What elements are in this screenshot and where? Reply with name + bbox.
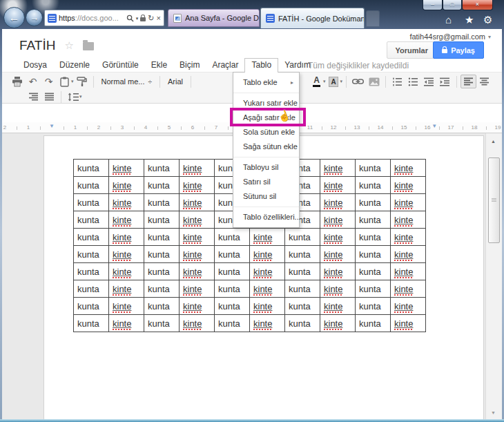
- forward-button[interactable]: →: [26, 9, 43, 26]
- table-cell[interactable]: kunta: [356, 263, 391, 280]
- table-cell[interactable]: kunta: [215, 246, 250, 263]
- table-cell[interactable]: kunta: [285, 298, 320, 315]
- table-cell[interactable]: kunta: [144, 298, 180, 315]
- tools-gear-icon[interactable]: ⚙: [483, 14, 492, 26]
- table-cell[interactable]: kunta: [356, 229, 391, 246]
- menu-item-tabloyu-sil[interactable]: Tabloyu sil: [233, 160, 299, 175]
- scroll-up-icon[interactable]: ▲: [491, 139, 496, 144]
- table-cell[interactable]: kinte: [391, 160, 426, 177]
- table-cell[interactable]: kunta: [215, 280, 250, 298]
- table-cell[interactable]: kunta: [285, 229, 320, 246]
- right-margin-marker[interactable]: ▼: [432, 123, 437, 129]
- table-cell[interactable]: kinte: [180, 177, 215, 194]
- table-cell[interactable]: kunta: [144, 315, 180, 332]
- text-color-icon[interactable]: A: [309, 75, 324, 88]
- table-cell[interactable]: kunta: [215, 315, 250, 332]
- comments-button[interactable]: Yorumlar: [387, 41, 437, 59]
- line-spacing-caret-icon[interactable]: ▾: [79, 94, 82, 99]
- table-cell[interactable]: kinte: [250, 246, 285, 263]
- menu-item-satırı-sil[interactable]: Satırı sil: [233, 175, 299, 189]
- table-cell[interactable]: kinte: [391, 229, 426, 246]
- table-cell[interactable]: kinte: [180, 298, 215, 315]
- back-button[interactable]: ←: [3, 7, 25, 28]
- table-cell[interactable]: kunta: [74, 246, 109, 263]
- refresh-icon[interactable]: ↻: [148, 15, 154, 22]
- align-left-icon[interactable]: [461, 75, 476, 88]
- table-cell[interactable]: kunta: [74, 229, 109, 246]
- tab-ana-sayfa[interactable]: Ana Sayfa - Google Dokümanlar: [168, 9, 260, 27]
- line-spacing-icon[interactable]: [65, 90, 81, 104]
- table-cell[interactable]: kunta: [356, 177, 391, 194]
- table-cell[interactable]: kunta: [215, 229, 250, 246]
- search-dropdown-icon[interactable]: ▾: [136, 16, 139, 21]
- table-cell[interactable]: kunta: [74, 263, 109, 280]
- highlight-color-icon[interactable]: A: [326, 75, 342, 88]
- table-cell[interactable]: kinte: [109, 315, 144, 332]
- menubar-item-araçlar[interactable]: Araçlar: [206, 59, 244, 72]
- table-cell[interactable]: kunta: [285, 246, 320, 263]
- menu-item-tablo-ekle[interactable]: Tablo ekle▸: [233, 75, 299, 90]
- web-clipboard-icon[interactable]: [57, 75, 72, 88]
- menubar-item-görüntüle[interactable]: Görüntüle: [96, 59, 145, 72]
- bulleted-list-icon[interactable]: [405, 75, 421, 88]
- tab-fatih[interactable]: FATİH - Google Dokümanlar ×: [260, 8, 365, 28]
- table-cell[interactable]: kunta: [144, 229, 180, 246]
- address-bar[interactable]: https://docs.goo... ▾ ↻ ×: [44, 10, 164, 26]
- menu-item-sağa-sütun-ekle[interactable]: Sağa sütun ekle: [233, 140, 299, 154]
- table-cell[interactable]: kunta: [74, 160, 109, 177]
- table-cell[interactable]: kinte: [180, 211, 215, 229]
- menubar-item-biçim[interactable]: Biçim: [173, 59, 206, 72]
- increase-indent-icon[interactable]: [437, 75, 453, 88]
- table-cell[interactable]: kunta: [215, 263, 250, 280]
- table-cell[interactable]: kinte: [109, 229, 144, 246]
- new-tab-stub[interactable]: [366, 10, 380, 27]
- table-cell[interactable]: kinte: [250, 315, 285, 332]
- menu-item-sola-sütun-ekle[interactable]: Sola sütun ekle: [233, 125, 299, 140]
- font-dropdown[interactable]: Arial: [164, 77, 187, 86]
- align-center-icon[interactable]: [476, 75, 492, 88]
- table-cell[interactable]: kunta: [356, 211, 391, 229]
- highlight-caret-icon[interactable]: ▾: [340, 79, 343, 84]
- table-cell[interactable]: kinte: [109, 280, 144, 298]
- table-cell[interactable]: kunta: [285, 280, 320, 298]
- stop-icon[interactable]: ×: [157, 15, 161, 22]
- paint-format-icon[interactable]: [74, 75, 90, 88]
- insert-image-icon[interactable]: [366, 75, 382, 88]
- table-cell[interactable]: kunta: [356, 298, 391, 315]
- table-cell[interactable]: kinte: [320, 194, 356, 211]
- home-icon[interactable]: ⌂: [445, 14, 452, 26]
- url-text[interactable]: https://docs.goo...: [59, 14, 124, 22]
- menu-item-tablo-özellikleri[interactable]: Tablo özellikleri...: [233, 210, 299, 224]
- table-cell[interactable]: kinte: [250, 229, 285, 246]
- table-cell[interactable]: kinte: [320, 177, 356, 194]
- table-cell[interactable]: kunta: [215, 298, 250, 315]
- table-cell[interactable]: kinte: [391, 280, 426, 298]
- scroll-down-icon[interactable]: ▼: [491, 410, 496, 415]
- insert-link-icon[interactable]: [350, 75, 366, 88]
- table-cell[interactable]: kinte: [109, 194, 144, 211]
- print-icon[interactable]: [9, 75, 25, 88]
- numbered-list-icon[interactable]: [389, 75, 405, 88]
- table-cell[interactable]: kinte: [180, 160, 215, 177]
- table-cell[interactable]: kunta: [74, 194, 109, 211]
- table-cell[interactable]: kunta: [356, 246, 391, 263]
- menubar-item-düzenle[interactable]: Düzenle: [53, 59, 96, 72]
- share-button[interactable]: Paylaş: [433, 41, 484, 59]
- table-cell[interactable]: kunta: [356, 315, 391, 332]
- table-cell[interactable]: kinte: [320, 160, 356, 177]
- left-indent-marker[interactable]: ▼: [49, 123, 55, 129]
- table-cell[interactable]: kinte: [180, 315, 215, 332]
- folder-icon[interactable]: [83, 42, 94, 50]
- table-cell[interactable]: kinte: [109, 211, 144, 229]
- table-cell[interactable]: kinte: [391, 263, 426, 280]
- table-cell[interactable]: kinte: [320, 280, 356, 298]
- menu-item-sütunu-sil[interactable]: Sütunu sil: [233, 189, 299, 204]
- scrollbar-thumb[interactable]: [488, 157, 500, 243]
- table-cell[interactable]: kinte: [391, 298, 426, 315]
- table-cell[interactable]: kinte: [320, 263, 356, 280]
- table-cell[interactable]: kunta: [74, 315, 109, 332]
- table-cell[interactable]: kinte: [250, 263, 285, 280]
- table-cell[interactable]: kinte: [109, 263, 144, 280]
- table-cell[interactable]: kinte: [180, 280, 215, 298]
- account-menu[interactable]: fatih44srg@gmail.com ▾: [409, 32, 491, 41]
